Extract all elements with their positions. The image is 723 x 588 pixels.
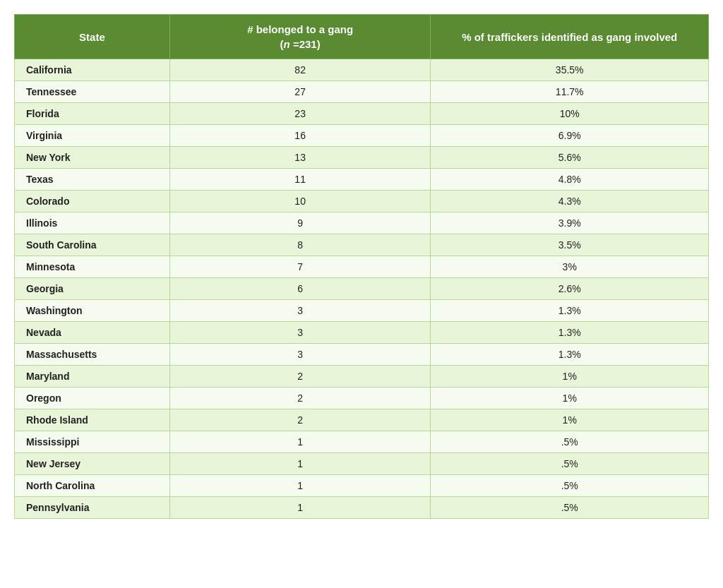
count-cell: 13 <box>169 147 431 169</box>
count-cell: 16 <box>169 125 431 147</box>
state-cell: New Jersey <box>15 453 170 475</box>
table-row: Oregon21% <box>15 388 709 409</box>
state-cell: Florida <box>15 103 170 125</box>
count-cell: 23 <box>169 103 431 125</box>
pct-cell: 3.9% <box>431 212 709 234</box>
count-cell: 3 <box>169 322 431 344</box>
table-container: State # belonged to a gang(n =231) % of … <box>14 14 709 519</box>
table-row: Georgia62.6% <box>15 278 709 300</box>
count-cell: 2 <box>169 366 431 388</box>
pct-cell: 1.3% <box>431 300 709 322</box>
count-cell: 2 <box>169 409 431 431</box>
table-row: Florida2310% <box>15 103 709 125</box>
pct-cell: 3.5% <box>431 234 709 256</box>
state-cell: Tennessee <box>15 81 170 103</box>
table-row: Illinois93.9% <box>15 212 709 234</box>
count-cell: 1 <box>169 475 431 497</box>
state-cell: Rhode Island <box>15 409 170 431</box>
count-cell: 1 <box>169 497 431 519</box>
table-row: Colorado104.3% <box>15 191 709 212</box>
pct-cell: 1% <box>431 366 709 388</box>
count-cell: 10 <box>169 191 431 212</box>
state-cell: New York <box>15 147 170 169</box>
state-cell: Virginia <box>15 125 170 147</box>
state-cell: Illinois <box>15 212 170 234</box>
count-cell: 2 <box>169 388 431 409</box>
header-state: State <box>15 15 170 59</box>
table-row: Nevada31.3% <box>15 322 709 344</box>
count-cell: 6 <box>169 278 431 300</box>
pct-cell: 4.3% <box>431 191 709 212</box>
pct-cell: 1.3% <box>431 322 709 344</box>
count-cell: 3 <box>169 300 431 322</box>
state-cell: Nevada <box>15 322 170 344</box>
count-cell: 1 <box>169 431 431 453</box>
state-cell: Pennsylvania <box>15 497 170 519</box>
table-row: South Carolina83.5% <box>15 234 709 256</box>
count-cell: 7 <box>169 256 431 278</box>
state-cell: Oregon <box>15 388 170 409</box>
count-cell: 11 <box>169 169 431 191</box>
count-cell: 82 <box>169 59 431 81</box>
header-gang-count: # belonged to a gang(n =231) <box>169 15 431 59</box>
table-row: Mississippi1.5% <box>15 431 709 453</box>
table-row: Rhode Island21% <box>15 409 709 431</box>
pct-cell: .5% <box>431 453 709 475</box>
count-cell: 9 <box>169 212 431 234</box>
table-row: Washington31.3% <box>15 300 709 322</box>
count-cell: 3 <box>169 344 431 366</box>
state-cell: Maryland <box>15 366 170 388</box>
pct-cell: 35.5% <box>431 59 709 81</box>
count-cell: 27 <box>169 81 431 103</box>
table-row: California8235.5% <box>15 59 709 81</box>
pct-cell: 10% <box>431 103 709 125</box>
state-cell: Georgia <box>15 278 170 300</box>
table-row: Tennessee2711.7% <box>15 81 709 103</box>
pct-cell: .5% <box>431 475 709 497</box>
gang-table: State # belonged to a gang(n =231) % of … <box>14 14 709 519</box>
pct-cell: 5.6% <box>431 147 709 169</box>
state-cell: Texas <box>15 169 170 191</box>
table-row: Pennsylvania1.5% <box>15 497 709 519</box>
state-cell: North Carolina <box>15 475 170 497</box>
pct-cell: 3% <box>431 256 709 278</box>
count-cell: 8 <box>169 234 431 256</box>
table-row: Virginia166.9% <box>15 125 709 147</box>
pct-cell: .5% <box>431 431 709 453</box>
table-row: Massachusetts31.3% <box>15 344 709 366</box>
state-cell: Minnesota <box>15 256 170 278</box>
pct-cell: 4.8% <box>431 169 709 191</box>
pct-cell: 1% <box>431 409 709 431</box>
count-cell: 1 <box>169 453 431 475</box>
header-gang-pct: % of traffickers identified as gang invo… <box>431 15 709 59</box>
state-cell: South Carolina <box>15 234 170 256</box>
state-cell: Mississippi <box>15 431 170 453</box>
pct-cell: 6.9% <box>431 125 709 147</box>
pct-cell: 2.6% <box>431 278 709 300</box>
state-cell: Colorado <box>15 191 170 212</box>
state-cell: Massachusetts <box>15 344 170 366</box>
table-row: New York135.6% <box>15 147 709 169</box>
state-cell: California <box>15 59 170 81</box>
table-row: Minnesota73% <box>15 256 709 278</box>
pct-cell: 1.3% <box>431 344 709 366</box>
pct-cell: 11.7% <box>431 81 709 103</box>
table-row: Texas114.8% <box>15 169 709 191</box>
state-cell: Washington <box>15 300 170 322</box>
pct-cell: 1% <box>431 388 709 409</box>
table-row: Maryland21% <box>15 366 709 388</box>
pct-cell: .5% <box>431 497 709 519</box>
table-row: New Jersey1.5% <box>15 453 709 475</box>
table-row: North Carolina1.5% <box>15 475 709 497</box>
